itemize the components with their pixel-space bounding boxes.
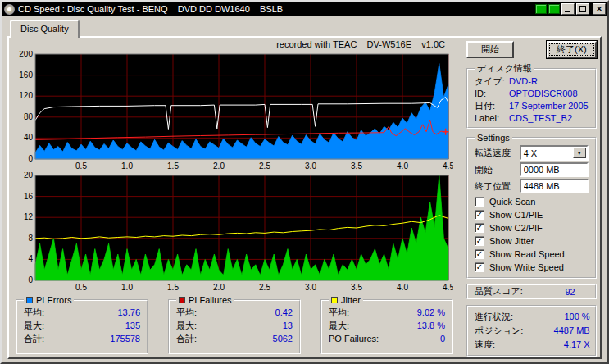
svg-text:12: 12 <box>24 212 34 221</box>
svg-text:20: 20 <box>24 172 34 180</box>
info-label: Label: <box>475 112 509 125</box>
jitter-stats-group: Jitter 平均:9.02 % 最大:13.8 % PO Failures:0 <box>320 295 453 354</box>
checkbox-show-write-speed[interactable]: ✓Show Write Speed <box>475 261 589 274</box>
pi-failures-stats-title: PI Failures <box>176 295 234 305</box>
checkbox-label: Quick Scan <box>489 197 535 207</box>
info-value: 17 September 2005 <box>509 100 589 112</box>
minimize-icon <box>565 11 570 12</box>
progress-row: 進行状況:100 % <box>475 310 590 324</box>
start-position-input[interactable] <box>520 162 589 177</box>
checkbox-box[interactable]: ✓ <box>475 210 484 220</box>
checkbox-box[interactable]: ✓ <box>475 223 484 233</box>
stat-row: PO Failures:0 <box>329 332 445 345</box>
progress-value: 4.17 X <box>564 338 590 352</box>
svg-text:2.5: 2.5 <box>259 162 270 171</box>
stat-label: 最大: <box>24 319 44 332</box>
disc-info-row: タイプ:DVD-R <box>475 75 589 88</box>
svg-text:200: 200 <box>19 51 33 58</box>
stats-title-text: PI Failures <box>189 295 232 305</box>
window-title: CD Speed : Disc Quality Test - BENQ DVD … <box>18 4 535 14</box>
checkbox-quick-scan[interactable]: Quick Scan <box>475 195 589 208</box>
stat-row: 最大:13.8 % <box>329 319 445 332</box>
stat-label: 平均: <box>176 306 197 319</box>
stat-label: 平均: <box>24 306 44 319</box>
progress-box: 進行状況:100 % ポジション:4487 MB 速度:4.17 X <box>466 305 597 357</box>
stat-value: 5062 <box>273 332 293 345</box>
tab-disc-quality[interactable]: Disc Quality <box>10 20 80 38</box>
exit-button[interactable]: 終了(X) <box>547 41 597 58</box>
checkbox-label: Show Write Speed <box>489 262 564 272</box>
svg-text:3.5: 3.5 <box>351 283 362 292</box>
checkbox-label: Show C1/PIE <box>489 210 543 220</box>
svg-text:16: 16 <box>24 192 34 201</box>
svg-text:4.0: 4.0 <box>397 283 408 292</box>
titlebar[interactable]: CD Speed : Disc Quality Test - BENQ DVD … <box>2 2 607 16</box>
speed-row: 転送速度 4 X ▼ <box>475 145 589 161</box>
info-value: DVD-R <box>509 75 538 88</box>
pi-errors-stats-group: PI Errors 平均:13.76 最大:135 合計:175578 <box>16 295 148 354</box>
stat-label: 平均: <box>329 306 349 319</box>
disc-info-row: Label:CDS_TEST_B2 <box>475 112 589 125</box>
app-icon <box>4 4 15 15</box>
svg-text:120: 120 <box>19 91 33 100</box>
quality-score-label: 品質スコア: <box>475 285 523 298</box>
end-position-input[interactable] <box>520 179 589 193</box>
svg-text:2.0: 2.0 <box>213 162 225 171</box>
svg-text:0: 0 <box>28 275 33 284</box>
checkbox-box[interactable]: ✓ <box>475 236 484 246</box>
speed-selected-value: 4 X <box>521 148 573 158</box>
svg-text:80: 80 <box>24 112 34 121</box>
stat-value: 135 <box>125 319 140 332</box>
checkbox-show-c2-pif[interactable]: ✓Show C2/PIF <box>475 221 589 234</box>
start-button[interactable]: 開始 <box>466 41 514 58</box>
window-content: Disc Quality recorded with TEAC DV-W516E… <box>2 16 607 359</box>
close-button[interactable]: ✕ <box>593 3 606 15</box>
maximize-button[interactable] <box>576 3 589 15</box>
stats-legend-square <box>331 297 338 303</box>
checkbox-label: Show Jitter <box>489 236 534 246</box>
stat-row: 合計:175578 <box>24 332 140 345</box>
stats-title-text: PI Errors <box>36 295 71 305</box>
stat-row: 最大:13 <box>176 319 293 332</box>
svg-text:1.0: 1.0 <box>121 283 133 292</box>
chevron-down-icon[interactable]: ▼ <box>573 148 586 158</box>
window-controls: ✕ <box>535 3 606 15</box>
speed-select[interactable]: 4 X ▼ <box>520 145 589 161</box>
recorded-with-label: recorded with TEAC DV-W516E v1.0C <box>14 39 453 51</box>
svg-text:4.5: 4.5 <box>443 283 453 292</box>
titlebar-green-icon-1[interactable] <box>535 4 547 14</box>
minimize-button[interactable] <box>561 3 575 15</box>
start-position-row: 開始 <box>475 162 589 177</box>
stats-title-text: Jitter <box>341 295 361 305</box>
charts-column: recorded with TEAC DV-W516E v1.0C 040801… <box>14 39 460 356</box>
jitter-stats-title: Jitter <box>329 295 363 305</box>
maximize-icon <box>579 6 586 12</box>
svg-text:4.5: 4.5 <box>443 162 453 171</box>
start-position-label: 開始 <box>475 164 493 176</box>
stat-label: 最大: <box>176 319 197 332</box>
titlebar-green-icon-2[interactable] <box>548 4 560 14</box>
disc-info-row: ID:OPTODISCR008 <box>475 88 589 100</box>
checkbox-show-c1-pie[interactable]: ✓Show C1/PIE <box>475 208 589 221</box>
quality-score-value: 92 <box>565 287 575 297</box>
svg-text:4.0: 4.0 <box>397 162 408 171</box>
checkbox-box[interactable]: ✓ <box>475 262 484 272</box>
svg-text:2.0: 2.0 <box>213 283 225 292</box>
pi-errors-chart: 040801201602000.51.01.52.02.53.03.54.04.… <box>14 51 453 172</box>
app-window: CD Speed : Disc Quality Test - BENQ DVD … <box>0 0 609 364</box>
disc-info-row: 日付:17 September 2005 <box>475 100 589 112</box>
svg-text:4: 4 <box>28 254 33 263</box>
speed-label: 転送速度 <box>475 147 511 159</box>
progress-row: ポジション:4487 MB <box>475 324 590 338</box>
stat-value: 0 <box>440 332 445 345</box>
checkbox-box[interactable]: ✓ <box>475 249 484 259</box>
svg-text:1.5: 1.5 <box>167 283 179 292</box>
progress-row: 速度:4.17 X <box>475 338 590 352</box>
stat-value: 13.76 <box>117 306 140 319</box>
stats-legend-square <box>26 297 33 303</box>
checkbox-show-read-speed[interactable]: ✓Show Read Speed <box>475 248 589 261</box>
checkbox-box[interactable] <box>475 197 484 207</box>
checkbox-show-jitter[interactable]: ✓Show Jitter <box>475 234 589 248</box>
svg-text:2.5: 2.5 <box>259 283 270 292</box>
stat-value: 0.42 <box>275 306 293 319</box>
